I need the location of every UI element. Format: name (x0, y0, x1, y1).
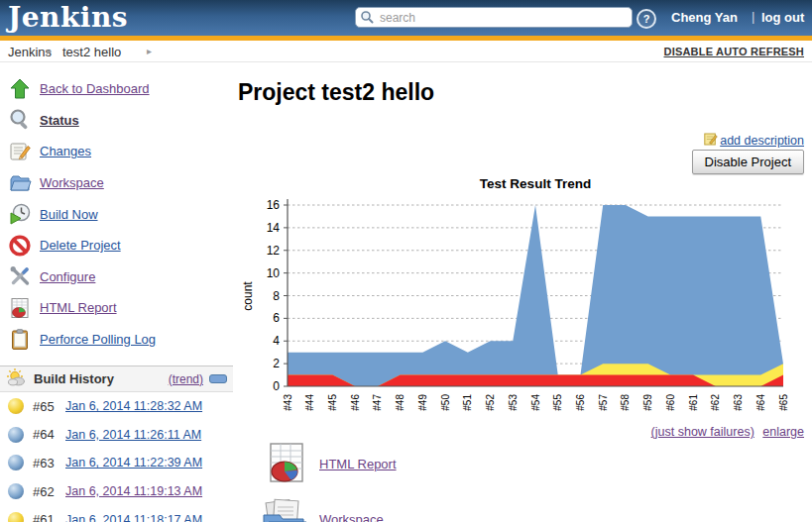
x-axis-label: #50 (440, 394, 451, 411)
edit-description-icon (704, 132, 718, 149)
sidebar-item-label: HTML Report (40, 300, 117, 315)
arrow-up-icon (8, 77, 32, 101)
sidebar-item-label: Build Now (40, 207, 98, 222)
build-status-ball-unstable-icon (8, 398, 24, 414)
chart-title: Test Result Trend (288, 176, 783, 191)
build-status-ball-success-icon (8, 455, 24, 470)
sidebar-item-label: Configure (40, 269, 95, 284)
x-axis-label: #47 (372, 394, 383, 411)
disable-project-button[interactable]: Disable Project (692, 150, 804, 174)
workspace-big-icon[interactable] (260, 495, 307, 522)
x-axis-label: #48 (395, 394, 406, 411)
x-axis-label: #58 (620, 394, 631, 411)
breadcrumb-item-project[interactable]: test2 hello (62, 45, 121, 59)
build-date-link[interactable]: Jan 6, 2014 11:18:17 AM (65, 513, 202, 522)
build-now-icon (8, 202, 32, 226)
weather-icon (6, 367, 26, 391)
sidebar-item-status[interactable]: Status (0, 105, 233, 137)
build-history-rows: #65Jan 6, 2014 11:28:32 AM#64Jan 6, 2014… (0, 392, 233, 522)
logout-link[interactable]: log out (761, 10, 804, 25)
sidebar-item-label: Workspace (40, 175, 104, 190)
build-status-ball-unstable-icon (8, 512, 24, 522)
x-axis-label: #61 (688, 394, 699, 411)
workspace-link[interactable]: Workspace (319, 512, 384, 522)
test-result-trend-chart: 0246810121416#43#44#45#46#47#48#49#50#51… (238, 194, 812, 432)
build-number: #64 (33, 427, 65, 442)
build-date-link[interactable]: Jan 6, 2014 11:19:13 AM (65, 484, 202, 498)
build-history-header: Build History (trend) (0, 365, 233, 392)
sidebar-item-html-report[interactable]: HTML Report (0, 292, 233, 324)
sidebar-item-label: Delete Project (40, 238, 121, 253)
y-tick-label: 14 (267, 221, 281, 235)
x-axis-label: #65 (778, 394, 789, 411)
sidebar-task-list: Back to DashboardStatusChangesWorkspaceB… (0, 73, 233, 355)
sidebar-item-configure[interactable]: Configure (0, 261, 233, 293)
build-row-65: #65Jan 6, 2014 11:28:32 AM (0, 392, 233, 421)
build-number: #62 (33, 484, 65, 499)
chart-links: (just show failures) enlarge (651, 425, 804, 439)
y-tick-label: 8 (273, 289, 280, 303)
sidebar-item-workspace[interactable]: Workspace (0, 167, 233, 199)
delete-icon (8, 234, 32, 258)
y-tick-label: 4 (273, 334, 280, 348)
sidebar-item-changes[interactable]: Changes (0, 136, 233, 167)
x-axis-label: #63 (733, 394, 744, 411)
page-title: Project test2 hello (238, 79, 434, 106)
breadcrumb-item-jenkins[interactable]: Jenkins (8, 45, 52, 59)
build-date-link[interactable]: Jan 6, 2014 11:28:32 AM (65, 399, 202, 413)
jenkins-logo[interactable]: Jenkins (8, 0, 128, 36)
html-report-link[interactable]: HTML Report (319, 457, 397, 471)
y-tick-label: 6 (273, 311, 280, 325)
magnifier-icon (8, 108, 32, 132)
build-status-ball-success-icon (8, 427, 24, 443)
x-axis-label: #59 (642, 394, 653, 411)
build-date-link[interactable]: Jan 6, 2014 11:26:11 AM (65, 428, 201, 442)
search-box (355, 7, 633, 28)
user-name-link[interactable]: Cheng Yan (671, 10, 738, 25)
x-axis-label: #49 (417, 394, 428, 411)
build-number: #65 (33, 399, 65, 414)
x-axis-label: #52 (485, 394, 496, 411)
search-icon (360, 10, 374, 28)
build-status-ball-success-icon (8, 483, 24, 499)
build-history-panel: Build History (trend) #65Jan 6, 2014 11:… (0, 365, 233, 522)
x-axis-label: #56 (575, 394, 586, 411)
sidebar-item-build-now[interactable]: Build Now (0, 198, 233, 230)
x-axis-label: #43 (283, 394, 293, 411)
breadcrumb-arrow-icon: ▸ (47, 46, 52, 56)
sidebar-item-label: Perforce Polling Log (40, 332, 156, 347)
disable-auto-refresh-link[interactable]: DISABLE AUTO REFRESH (663, 46, 804, 57)
build-number: #63 (33, 456, 65, 470)
configure-icon (8, 264, 32, 288)
changes-icon (8, 140, 32, 163)
sidebar-item-label: Status (40, 113, 79, 128)
build-history-title: Build History (34, 371, 169, 386)
x-axis-label: #46 (350, 394, 361, 411)
build-row-64: #64Jan 6, 2014 11:26:11 AM (0, 421, 233, 450)
sidebar-item-back-to-dashboard[interactable]: Back to Dashboard (0, 73, 233, 105)
x-axis-label: #45 (327, 394, 338, 411)
y-tick-label: 12 (267, 244, 281, 258)
build-date-link[interactable]: Jan 6, 2014 11:22:39 AM (65, 456, 202, 470)
y-tick-label: 0 (273, 379, 280, 393)
collapse-minus-icon[interactable] (209, 374, 227, 383)
trend-link[interactable]: (trend) (169, 372, 203, 386)
x-axis-label: #64 (755, 394, 766, 411)
x-axis-label: #54 (530, 394, 541, 411)
y-tick-label: 2 (273, 357, 280, 370)
sidebar-item-perforce-polling-log[interactable]: Perforce Polling Log (0, 324, 233, 356)
enlarge-link[interactable]: enlarge (762, 425, 804, 439)
sidebar-item-delete-project[interactable]: Delete Project (0, 230, 233, 261)
build-row-61: #61Jan 6, 2014 11:18:17 AM (0, 505, 233, 522)
folder-icon (8, 171, 32, 195)
x-axis-label: #44 (304, 394, 315, 411)
help-icon[interactable]: ? (637, 9, 656, 29)
add-description-link[interactable]: add description (704, 132, 804, 149)
just-show-failures-link[interactable]: (just show failures) (651, 425, 754, 439)
x-axis-label: #53 (508, 394, 519, 411)
html-report-big-icon[interactable] (263, 439, 310, 490)
report-icon (8, 296, 32, 320)
x-axis-label: #57 (598, 394, 609, 411)
search-input[interactable] (355, 7, 633, 28)
clipboard-icon (8, 328, 32, 352)
